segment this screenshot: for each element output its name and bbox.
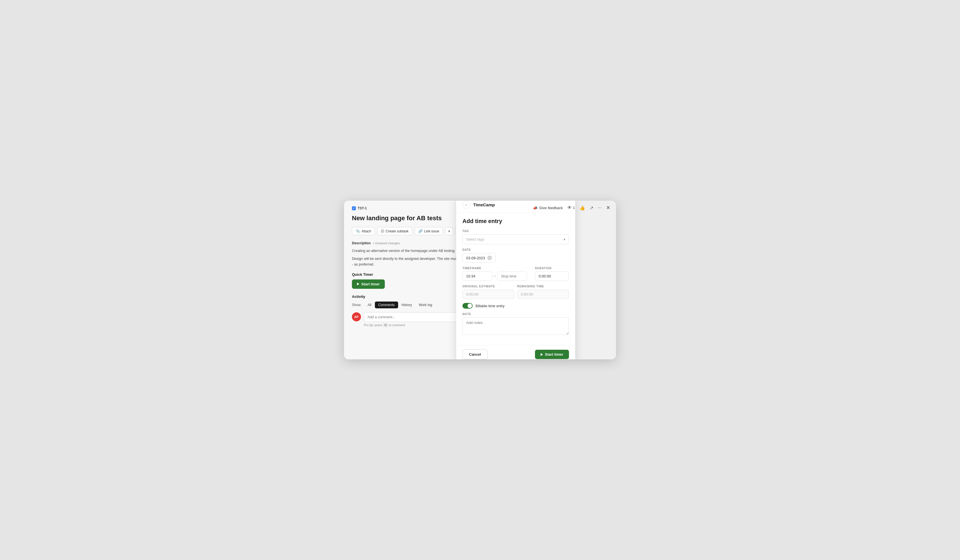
- create-subtask-button[interactable]: ☑ Create subtask: [377, 227, 412, 235]
- show-label: Show:: [352, 303, 361, 307]
- attach-icon: 📎: [355, 229, 360, 233]
- tag-field-group: TAG Select tags ▾: [462, 230, 569, 244]
- billable-row: Billable time entry: [462, 303, 569, 309]
- play-icon: [357, 283, 359, 285]
- timeframe-label: TIMEFRAME: [462, 267, 527, 270]
- estimate-row: ORIGINAL ESTIMATE REMAINING TIME: [462, 285, 569, 299]
- modal-play-icon: [541, 353, 543, 356]
- unsaved-badge: • Unsaved changes: [373, 242, 400, 245]
- tag-select[interactable]: Select tags ▾: [462, 234, 569, 244]
- tab-all[interactable]: All: [364, 302, 374, 308]
- toolbar-chevron-button[interactable]: ▾: [445, 227, 453, 235]
- create-subtask-label: Create subtask: [386, 229, 409, 233]
- thumbs-up-icon: 👍: [579, 205, 585, 211]
- timeframe-group: TIMEFRAME –: [462, 267, 527, 281]
- date-input[interactable]: 03-09-2023 ✕: [462, 253, 496, 263]
- modal-start-timer-button[interactable]: Start timer: [535, 350, 569, 359]
- remaining-group: REMAINING TIME: [517, 285, 569, 299]
- more-options-button[interactable]: ···: [598, 205, 602, 210]
- link-issue-label: Link issue: [424, 229, 439, 233]
- app-window: TST-1 New landing page for AB tests 📎 At…: [344, 201, 616, 359]
- date-field-group: DATE 03-09-2023 ✕: [462, 248, 569, 263]
- more-dots-icon: ···: [598, 205, 602, 210]
- subtask-icon: ☑: [381, 229, 384, 233]
- note-textarea[interactable]: [462, 317, 569, 335]
- tab-history[interactable]: History: [398, 302, 415, 308]
- timeframe-inputs: –: [462, 272, 527, 281]
- timeframe-row: TIMEFRAME – DURATION: [462, 267, 569, 281]
- cancel-button[interactable]: Cancel: [462, 349, 488, 359]
- give-feedback-label: Give feedback: [539, 206, 563, 210]
- modal-start-timer-label: Start timer: [545, 352, 563, 357]
- link-icon: 🔗: [418, 229, 423, 233]
- estimate-group: ORIGINAL ESTIMATE: [462, 285, 514, 299]
- original-estimate-input[interactable]: [462, 290, 514, 299]
- duration-group: DURATION: [535, 267, 569, 281]
- stop-time-input[interactable]: [497, 272, 527, 281]
- add-entry-title: Add time entry: [462, 218, 569, 224]
- modal-body: Add time entry TAG Select tags ▾ DATE 03…: [456, 213, 575, 345]
- tab-worklog[interactable]: Work log: [415, 302, 435, 308]
- timecamp-modal: ← TimeCamp Add time entry TAG Select tag…: [456, 201, 575, 359]
- modal-back-button[interactable]: ←: [462, 201, 470, 209]
- pro-tip-suffix: to comment: [389, 323, 405, 327]
- user-avatar: AP: [352, 312, 361, 322]
- original-estimate-label: ORIGINAL ESTIMATE: [462, 285, 514, 288]
- duration-label: DURATION: [535, 267, 569, 270]
- description-label: Description: [352, 241, 371, 245]
- modal-footer: Cancel Start timer: [456, 345, 575, 359]
- date-label: DATE: [462, 248, 569, 251]
- pro-tip-text: Pro tip: press: [364, 323, 382, 327]
- tab-comments[interactable]: Comments: [375, 302, 398, 308]
- chevron-down-icon: ▾: [563, 237, 565, 242]
- date-value: 03-09-2023: [466, 256, 485, 260]
- note-field-group: NOTE: [462, 313, 569, 336]
- billable-toggle[interactable]: [462, 303, 473, 309]
- megaphone-icon: 📣: [533, 206, 538, 210]
- tag-placeholder: Select tags: [466, 237, 484, 242]
- quick-start-timer-button[interactable]: Start timer: [352, 280, 385, 289]
- note-label: NOTE: [462, 313, 569, 316]
- date-clear-button[interactable]: ✕: [487, 256, 492, 260]
- top-header-actions: 📣 Give feedback 👁 1 👍 ↗ ··· ✕: [533, 205, 610, 211]
- issue-checkbox-icon: [352, 206, 356, 210]
- back-icon: ←: [465, 203, 469, 207]
- pro-tip-key: M: [383, 323, 388, 327]
- give-feedback-button[interactable]: 📣 Give feedback: [533, 206, 563, 210]
- watchers-count: 1: [573, 206, 575, 210]
- duration-input[interactable]: [535, 272, 569, 281]
- quick-start-timer-label: Start timer: [361, 282, 380, 286]
- eye-icon: 👁: [567, 205, 572, 210]
- issue-id-label: TST-1: [358, 206, 367, 210]
- dash-separator: –: [494, 274, 496, 281]
- thumbs-up-button[interactable]: 👍: [579, 205, 585, 211]
- modal-title: TimeCamp: [473, 202, 495, 207]
- close-button[interactable]: ✕: [606, 205, 610, 211]
- link-issue-button[interactable]: 🔗 Link issue: [414, 227, 443, 235]
- attach-button[interactable]: 📎 Attach: [352, 227, 375, 235]
- remaining-time-input[interactable]: [517, 290, 569, 299]
- remaining-time-label: REMAINING TIME: [517, 285, 569, 288]
- start-time-input[interactable]: [462, 272, 492, 281]
- share-button[interactable]: ↗: [590, 205, 594, 211]
- attach-label: Attach: [362, 229, 371, 233]
- billable-label: Billable time entry: [475, 304, 505, 308]
- watchers-icon-group[interactable]: 👁 1: [567, 205, 575, 210]
- tag-label: TAG: [462, 230, 569, 233]
- share-icon: ↗: [590, 205, 594, 211]
